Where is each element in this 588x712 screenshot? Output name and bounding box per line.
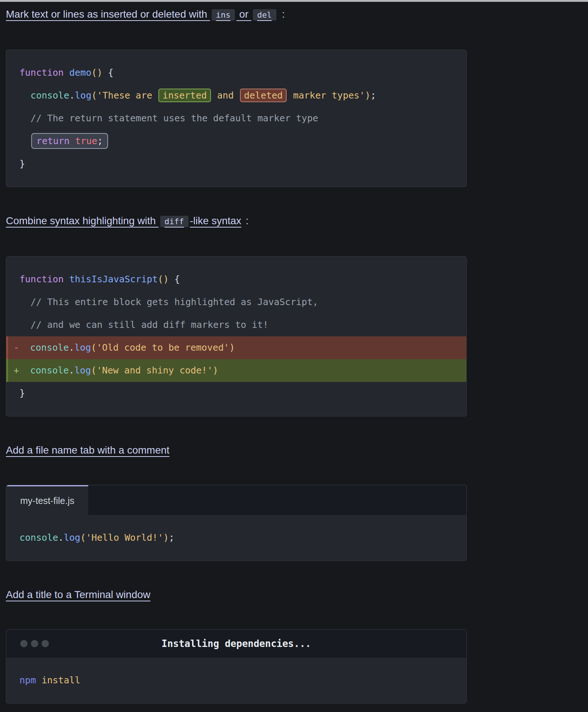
code-block-file-tab: my-test-file.js console.log('Hello World… (6, 485, 467, 561)
token-paren: ( (91, 365, 97, 376)
heading-link-file-tab[interactable]: Add a file name tab with a comment (6, 444, 169, 456)
token-fn: thisIsJavaScript (69, 274, 158, 285)
inline-code: del (253, 9, 276, 21)
heading-suffix: : (245, 214, 248, 228)
token-punct: ; (169, 532, 174, 543)
token-punct: . (69, 90, 75, 101)
token-paren: () (158, 274, 169, 285)
token-punct: ; (370, 90, 376, 101)
token-npm: npm (19, 675, 36, 686)
file-name-tab[interactable]: my-test-file.js (6, 485, 88, 515)
code-body: function thisIsJavaScript() { // This en… (6, 257, 466, 416)
token-paren: ) (229, 342, 235, 353)
code-line: // This entire block gets highlighted as… (6, 291, 466, 314)
code-line: npm install (6, 669, 466, 692)
token-string: inserted (162, 90, 207, 101)
token-text: { (169, 274, 180, 285)
file-name-label: my-test-file.js (20, 495, 74, 506)
token-comment: // This entire block gets highlighted as… (19, 297, 318, 307)
token-paren: ) (365, 90, 370, 101)
code-line: console.log('These are inserted and dele… (6, 84, 466, 107)
token-obj: console (30, 365, 69, 376)
heading-link-markers[interactable]: Mark text or lines as inserted or delete… (6, 8, 278, 20)
code-block-diff-demo: function thisIsJavaScript() { // This en… (6, 256, 467, 416)
code-block-marker-demo: function demo() { console.log('These are… (6, 50, 467, 187)
inline-code: diff (160, 216, 189, 227)
top-divider-bar (0, 0, 588, 2)
del-marker-box: deleted (240, 89, 287, 102)
token-punct: . (69, 365, 74, 376)
terminal-window: Installing dependencies... npm install (6, 629, 467, 704)
inline-code: ins (212, 9, 235, 21)
token-comment: // and we can still add diff markers to … (19, 319, 268, 330)
token-obj: console (19, 90, 69, 101)
token-text (64, 274, 69, 285)
token-paren: ( (80, 532, 86, 543)
token-text (69, 136, 75, 146)
terminal-title: Installing dependencies... (6, 638, 466, 649)
token-keyword: return (36, 136, 69, 146)
token-string: 'Old code to be removed' (97, 342, 229, 353)
token-text (19, 136, 31, 146)
code-line: // and we can still add diff markers to … (6, 314, 466, 336)
heading-link-terminal[interactable]: Add a title to a Terminal window (6, 589, 150, 600)
token-paren: ) (213, 365, 218, 376)
heading-suffix: : (282, 7, 285, 22)
token-keyword: function (19, 67, 64, 78)
token-string: install (36, 675, 80, 686)
token-paren: ) (163, 532, 169, 543)
token-string: 'These are (97, 90, 158, 101)
code-line: } (6, 153, 466, 175)
token-fn: log (75, 90, 92, 101)
token-fn: log (64, 532, 80, 543)
code-body: console.log('Hello World!'); (6, 515, 466, 561)
diff-gutter-sign: + (8, 359, 30, 382)
token-string: and (212, 90, 239, 101)
section-heading-terminal: Add a title to a Terminal window (6, 587, 467, 602)
ins-marker-box: inserted (158, 89, 211, 102)
code-line: function thisIsJavaScript() { (6, 268, 466, 291)
token-fn: log (74, 365, 91, 376)
token-fn: log (74, 342, 91, 353)
heading-link-diff[interactable]: Combine syntax highlighting with diff-li… (6, 215, 241, 226)
section-heading-diff: Combine syntax highlighting with diff-li… (6, 214, 467, 229)
docs-content: Mark text or lines as inserted or delete… (6, 7, 467, 704)
token-obj: console (30, 342, 69, 353)
code-line: return true; (6, 130, 466, 153)
neutral-marker-box: return true; (31, 133, 108, 149)
token-keyword: function (19, 274, 64, 285)
token-paren: ( (91, 342, 97, 353)
code-line: console.log('Hello World!'); (6, 526, 466, 549)
code-line: // The return statement uses the default… (6, 107, 466, 130)
token-text (64, 67, 69, 78)
token-fn: demo (69, 67, 91, 78)
token-bool: true (75, 136, 97, 146)
diff-gutter-sign: - (8, 336, 30, 359)
token-string: 'Hello World!' (86, 532, 164, 543)
token-obj: console (19, 532, 58, 543)
diff-del-line: -console.log('Old code to be removed') (6, 336, 466, 359)
token-punct: . (69, 342, 74, 353)
code-body: function demo() { console.log('These are… (6, 50, 466, 187)
token-punct: . (58, 532, 64, 543)
token-paren: () (92, 67, 103, 78)
terminal-body: npm install (6, 658, 466, 703)
token-text: } (19, 388, 25, 398)
code-line: function demo() { (6, 61, 466, 84)
editor-tab-bar: my-test-file.js (6, 485, 466, 515)
token-paren: ( (92, 90, 97, 101)
token-string: marker types' (287, 90, 365, 101)
section-heading-markers: Mark text or lines as inserted or delete… (6, 7, 467, 22)
token-string: 'New and shiny code!' (97, 365, 213, 376)
token-string: deleted (244, 90, 283, 101)
terminal-title-bar: Installing dependencies... (6, 630, 466, 658)
token-text: } (19, 158, 25, 169)
token-text: { (103, 67, 114, 78)
code-line: } (6, 382, 466, 405)
token-comment: // The return statement uses the default… (19, 113, 318, 124)
token-punct: ; (97, 136, 103, 146)
section-heading-file-tab: Add a file name tab with a comment (6, 443, 467, 458)
diff-ins-line: +console.log('New and shiny code!') (6, 359, 466, 382)
